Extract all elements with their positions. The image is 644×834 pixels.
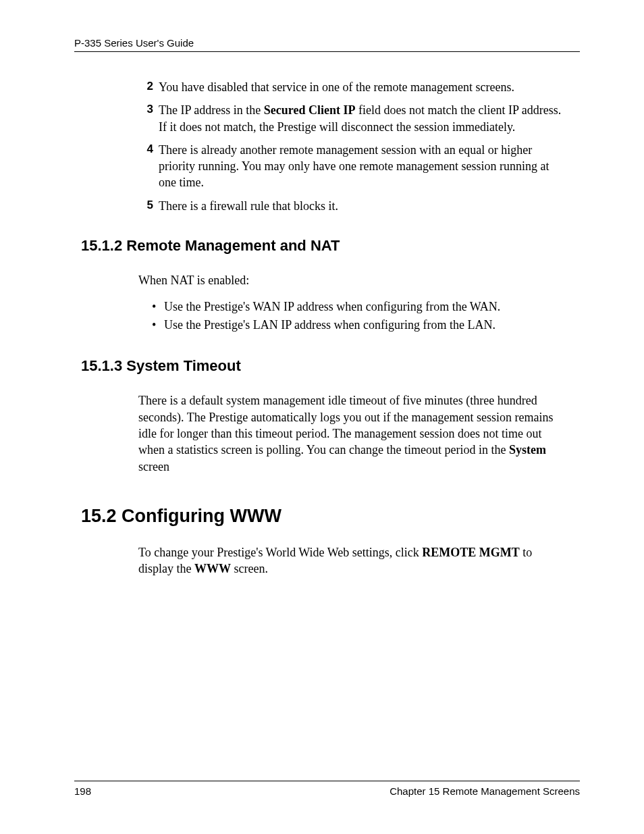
text-segment: screen. bbox=[231, 562, 268, 575]
bullet-text: Use the Prestige's WAN IP address when c… bbox=[164, 298, 500, 316]
bullet-dot: • bbox=[152, 298, 164, 316]
para-15-2: To change your Prestige's World Wide Web… bbox=[138, 544, 566, 577]
para-15-1-3: There is a default system management idl… bbox=[138, 392, 566, 474]
numbered-item: 5There is a firewall rule that blocks it… bbox=[138, 198, 566, 214]
heading-15-1-2: 15.1.2 Remote Management and NAT bbox=[81, 237, 580, 255]
page-header: P-335 Series User's Guide bbox=[74, 37, 580, 52]
item-number: 5 bbox=[138, 198, 153, 214]
item-number: 2 bbox=[138, 79, 153, 95]
chapter-label: Chapter 15 Remote Management Screens bbox=[390, 785, 580, 797]
text-segment: There is a firewall rule that blocks it. bbox=[159, 199, 338, 213]
heading-15-2: 15.2 Configuring WWW bbox=[81, 506, 580, 527]
text-segment: screen bbox=[138, 460, 169, 473]
text-segment: Secured Client IP bbox=[264, 103, 356, 117]
text-segment: You have disabled that service in one of… bbox=[159, 80, 514, 94]
page-number: 198 bbox=[74, 785, 91, 797]
item-text: You have disabled that service in one of… bbox=[159, 79, 566, 95]
item-text: There is a firewall rule that blocks it. bbox=[159, 198, 566, 214]
text-segment: There is a default system management idl… bbox=[138, 394, 554, 457]
numbered-item: 3The IP address in the Secured Client IP… bbox=[138, 102, 566, 135]
item-text: The IP address in the Secured Client IP … bbox=[159, 102, 566, 135]
bullet-text: Use the Prestige's LAN IP address when c… bbox=[164, 316, 495, 334]
text-segment: WWW bbox=[194, 562, 231, 575]
text-segment: To change your Prestige's World Wide Web… bbox=[138, 546, 422, 559]
page-footer: 198 Chapter 15 Remote Management Screens bbox=[74, 781, 580, 797]
numbered-item: 4There is already another remote managem… bbox=[138, 142, 566, 191]
numbered-item: 2You have disabled that service in one o… bbox=[138, 79, 566, 95]
heading-15-1-3: 15.1.3 System Timeout bbox=[81, 357, 580, 375]
text-segment: The IP address in the bbox=[159, 103, 264, 117]
text-segment: System bbox=[509, 443, 546, 457]
text-segment: There is already another remote manageme… bbox=[159, 143, 549, 190]
item-text: There is already another remote manageme… bbox=[159, 142, 566, 191]
intro-15-1-2: When NAT is enabled: bbox=[138, 272, 566, 288]
item-number: 4 bbox=[138, 142, 153, 191]
guide-title: P-335 Series User's Guide bbox=[74, 37, 194, 49]
bullet-dot: • bbox=[152, 316, 164, 334]
item-number: 3 bbox=[138, 102, 153, 135]
text-segment: REMOTE MGMT bbox=[422, 546, 520, 559]
bullet-list-15-1-2: •Use the Prestige's WAN IP address when … bbox=[152, 298, 566, 334]
bullet-item: •Use the Prestige's LAN IP address when … bbox=[152, 316, 566, 334]
bullet-item: •Use the Prestige's WAN IP address when … bbox=[152, 298, 566, 316]
numbered-list: 2You have disabled that service in one o… bbox=[138, 79, 566, 214]
